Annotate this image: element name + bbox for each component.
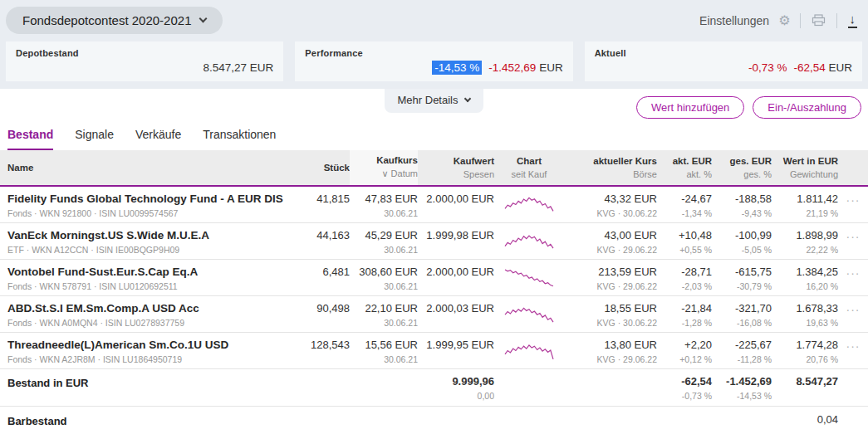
col-akt[interactable]: akt. EUR akt. % [657,155,712,179]
stueck-value: 6,481 [292,266,350,278]
footer-akt-pct-sum: -0,73 % [657,391,712,401]
footer-kaufwert-sum: 9.999,96 [418,375,494,388]
kaufwert-value: 1.999,98 EUR [418,229,494,241]
sparkline-chart [494,193,564,216]
gewichtung-value: 20,76 % [772,354,838,364]
gewichtung-value: 16,20 % [772,281,838,291]
kaufwert-value: 2.000,03 EUR [418,302,494,315]
tab-transaktionen[interactable]: Transaktionen [203,128,276,150]
akt-pct-value: -1,28 % [657,318,712,328]
fund-name-link[interactable]: VanEck Morningst.US S.Wide M.U.E.A [7,229,292,241]
fund-name-link[interactable]: Vontobel Fund-Sust.Eur.S.Cap Eq.A [7,266,292,278]
row-menu-button[interactable]: ··· [846,339,861,353]
akt-pct-value: +0,55 % [657,245,712,255]
gewichtung-value: 22,22 % [772,245,838,255]
tab-verkaeufe[interactable]: Verkäufe [135,128,181,150]
akt-pct-value: -2,03 % [657,281,712,291]
ges-pct-value: -9,43 % [712,208,772,218]
col-kurs[interactable]: aktueller Kurs Börse [564,155,657,179]
performance-amount: -1.452,69 [488,61,536,74]
row-menu-button[interactable]: ··· [846,266,861,280]
kaufwert-value: 2.000,00 EUR [418,193,494,205]
print-button[interactable] [810,12,827,28]
akt-eur-value: -21,84 [657,302,712,315]
printer-icon [812,14,826,27]
boerse-value: KVG · 29.06.22 [564,245,657,255]
table-row[interactable]: Fidelity Funds Global Technology Fund - … [0,187,868,223]
col-ges[interactable]: ges. EUR ges. % [712,155,772,179]
fund-meta: Fonds · WKN 578791 · ISIN LU0120692511 [7,281,292,291]
wert-value: 1.774,28 [772,339,838,351]
ges-eur-value: -225,67 [712,339,772,351]
fund-name-link[interactable]: ABD.St.S.I EM.Sm.Comp.A USD Acc [7,302,292,315]
portfolio-page: Fondsdepotcontest 2020-2021 Einstellunge… [0,0,868,434]
settings-label[interactable]: Einstellungen [699,14,769,27]
download-icon: ↓ [848,12,858,28]
table-body: Fidelity Funds Global Technology Fund - … [0,187,868,369]
aktuell-amount: -62,54 [793,61,825,74]
sparkline-chart [494,229,564,252]
row-menu-button[interactable]: ··· [846,193,861,207]
ges-eur-value: -100,99 [712,229,772,241]
download-button[interactable]: ↓ [846,11,860,30]
ges-pct-value: -30,79 % [712,281,772,291]
aktuell-label: Aktuell [595,48,852,58]
table-row[interactable]: ABD.St.S.I EM.Sm.Comp.A USD Acc Fonds · … [0,296,868,333]
kaufwert-value: 2.000,00 EUR [418,266,494,278]
kaufdatum-value: 30.06.21 [350,281,418,291]
chevron-down-icon [464,95,471,102]
col-kaufwert[interactable]: Kaufwert Spesen [418,155,494,179]
row-menu-button[interactable]: ··· [846,230,861,243]
table-row[interactable]: Vontobel Fund-Sust.Eur.S.Cap Eq.A Fonds … [0,260,868,296]
col-stueck[interactable]: Stück [292,163,350,173]
stueck-value: 41,815 [292,193,350,205]
kaufdatum-value: 30.06.21 [350,354,418,364]
tabs: Bestand Signale Verkäufe Transaktionen [0,124,868,150]
performance-card: Performance -14,53 %-1.452,69 EUR [295,41,572,81]
kurs-value: 213,59 EUR [564,266,657,278]
kaufkurs-value: 15,56 EUR [350,339,418,351]
fund-meta: Fonds · WKN 921800 · ISIN LU0099574567 [7,208,292,218]
fund-name-link[interactable]: Threadneedle(L)American Sm.Co.1U USD [7,339,292,351]
tab-bestand[interactable]: Bestand [7,128,53,150]
table-row[interactable]: Threadneedle(L)American Sm.Co.1U USD Fon… [0,333,868,369]
kaufdatum-value: 30.06.21 [350,245,418,255]
divider [836,13,837,28]
wert-value: 1.898,99 [772,229,838,241]
fund-meta: Fonds · WKN A0MQN4 · ISIN LU0278937759 [7,318,292,328]
barbestand-value: 0,04 [772,413,838,426]
col-chart: Chart seit Kauf [494,155,564,179]
ges-pct-value: -16,08 % [712,318,772,328]
performance-label: Performance [305,48,562,58]
kaufkurs-value: 47,83 EUR [350,193,418,205]
footer-ges-pct-sum: -14,53 % [712,391,772,401]
more-details-button[interactable]: Mehr Details [385,89,484,113]
kaufkurs-value: 22,10 EUR [350,302,418,315]
payment-button[interactable]: Ein-/Auszahlung [753,96,861,119]
gear-icon[interactable]: ⚙ [778,12,790,28]
table-row[interactable]: VanEck Morningst.US S.Wide M.U.E.A ETF ·… [0,223,868,260]
col-name[interactable]: Name [7,163,292,173]
footer-bestand-row: Bestand in EUR 9.999,96 0,00 -62,54 -0,7… [0,369,868,407]
add-value-button[interactable]: Wert hinzufügen [636,96,744,119]
akt-eur-value: +10,48 [657,229,712,241]
tab-signale[interactable]: Signale [75,128,114,150]
stueck-value: 90,498 [292,302,350,315]
table-header: Name Stück Kaufkurs ∨ Datum Kaufwert Spe… [0,150,868,187]
fund-meta: ETF · WKN A12CCN · ISIN IE00BQGP9H09 [7,245,292,255]
fund-meta: Fonds · WKN A2JR8M · ISIN LU1864950719 [7,354,292,364]
ges-pct-value: -5,05 % [712,245,772,255]
ges-eur-value: -615,75 [712,266,772,278]
gewichtung-value: 21,19 % [772,208,838,218]
kaufdatum-value: 30.06.21 [350,318,418,328]
portfolio-selector[interactable]: Fondsdepotcontest 2020-2021 [6,7,223,34]
col-kaufkurs[interactable]: Kaufkurs ∨ Datum [350,150,418,185]
row-menu-button[interactable]: ··· [846,303,861,316]
boerse-value: KVG · 30.06.22 [564,318,657,328]
col-wert[interactable]: Wert in EUR Gewichtung [772,155,838,179]
fund-name-link[interactable]: Fidelity Funds Global Technology Fund - … [7,193,292,205]
depotbestand-card: Depotbestand 8.547,27 EUR [6,41,283,81]
summary-band: Fondsdepotcontest 2020-2021 Einstellunge… [0,0,868,89]
chevron-down-icon [199,15,207,23]
wert-value: 1.811,42 [772,193,838,205]
